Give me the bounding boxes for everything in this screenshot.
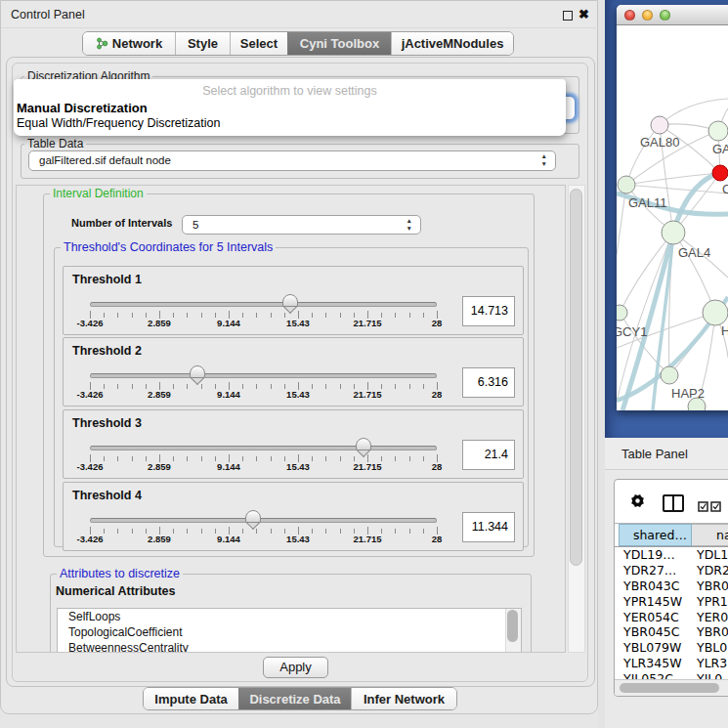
threshold-2-label: Threshold 2 [72,344,142,358]
threshold-2-box: Threshold 2-3.4262.8599.14415.4321.71528… [63,337,524,407]
tab-discretize-data[interactable]: Discretize Data [238,688,351,709]
spinner-arrows-icon: ▲▼ [407,217,412,233]
table-data-combobox[interactable]: galFiltered.sif default node ▲▼ [28,150,556,171]
threshold-1-value-field[interactable]: 14.713 [462,296,515,326]
threshold-4-box: Threshold 4-3.4262.8599.14415.4321.71528… [63,482,524,551]
tab-impute-data[interactable]: Impute Data [144,688,238,709]
settings-scrollbar-thumb[interactable] [570,189,582,566]
algorithm-dropdown-popup: Select algorithm to view settings Manual… [14,79,566,136]
titlebar-divider [1,27,599,28]
settings-scroll-viewport: Interval Definition Number of Intervals … [16,185,566,653]
numerical-attributes-label: Numerical Attributes [56,584,175,598]
network-node-gal80[interactable] [651,116,668,134]
table-rows: YDL19…YDL1YDR27…YDR2YBR043CYBR0YPR145WYP… [615,547,728,687]
table-row[interactable]: YBR043CYBR0 [615,578,728,594]
network-icon [96,37,108,50]
number-of-intervals-spinner[interactable]: 5 ▲▼ [182,215,421,235]
table-row[interactable]: YLR345WYLR3 [615,656,728,671]
network-node-label: H [721,323,728,338]
attributes-scrollbar-thumb[interactable] [507,610,518,642]
numerical-attributes-list[interactable]: SelfLoopsTopologicalCoefficientBetweenne… [57,608,522,653]
threshold-3-slider-track[interactable] [90,446,437,450]
network-window-titlebar[interactable] [617,5,728,25]
table-row[interactable]: YPR145WYPR1 [615,594,728,610]
network-node-label: GAL80 [640,135,679,150]
threshold-4-slider-thumb[interactable] [245,510,261,523]
network-node-label: GA [712,142,728,156]
attribute-item[interactable]: SelfLoops [58,609,521,624]
network-canvas[interactable]: GAL80GACGAL11GAL4GCY1HHAP2 [617,25,728,410]
float-window-icon[interactable] [563,11,573,21]
table-row[interactable]: YBL079WYBL0 [615,640,728,656]
node-table: shared… na YDL19…YDL1YDR27…YDR2YBR043CYB… [614,479,728,697]
number-of-intervals-value: 5 [193,219,198,231]
tab-jactivemnodules[interactable]: jActiveMNodules [391,32,513,55]
window-title: Control Panel [11,8,85,21]
threshold-1-slider-thumb[interactable] [282,294,298,307]
network-node-gal11[interactable] [618,176,635,193]
attributes-group-label: Attributes to discretize [57,567,183,580]
tab-network[interactable]: Network [83,32,175,55]
algorithm-option-equal-width[interactable]: Equal Width/Frequency Discretization [17,116,220,130]
table-row[interactable]: YER054CYER0 [615,610,728,625]
combo-arrows-icon: ▲▼ [541,152,547,168]
attribute-item[interactable]: TopologicalCoefficient [58,624,521,640]
network-view-window[interactable]: GAL80GACGAL11GAL4GCY1HHAP2 [617,5,728,410]
threshold-1-slider-track[interactable] [90,302,437,307]
column-header-shared-name[interactable]: shared… [619,524,692,546]
network-node-label: GAL11 [628,195,667,210]
table-header: shared… na [615,523,728,547]
minimize-traffic-light-icon[interactable] [642,10,653,21]
network-node-c[interactable] [712,165,728,181]
table-settings-gear-icon[interactable] [629,492,646,513]
table-data-label: Table Data [24,137,86,150]
network-node-hap2[interactable] [661,366,678,384]
network-node[interactable] [688,398,706,410]
threshold-3-slider-thumb[interactable] [356,438,371,450]
algorithm-option-manual[interactable]: Manual Discretization [17,101,148,115]
network-node-gcy1[interactable] [617,305,627,321]
tab-infer-network[interactable]: Infer Network [351,688,456,709]
column-header-name[interactable]: na [692,524,728,546]
threshold-4-slider-track[interactable] [90,518,437,523]
algorithm-hint: Select algorithm to view settings [14,84,566,98]
tab-cyni-toolbox[interactable]: Cyni Toolbox [287,32,391,55]
close-traffic-light-icon[interactable] [624,10,635,21]
zoom-traffic-light-icon[interactable] [660,10,670,21]
control-panel-tabs: NetworkStyleSelectCyni ToolboxjActiveMNo… [82,31,514,56]
threshold-4-value-field[interactable]: 11.344 [462,512,515,542]
threshold-3-label: Threshold 3 [72,416,142,430]
threshold-2-value-field[interactable]: 6.316 [462,367,515,398]
tab-style[interactable]: Style [175,32,230,55]
table-checkbox-icon-1[interactable] [698,498,708,516]
network-node-ga[interactable] [708,121,728,141]
network-node-h[interactable] [703,300,728,325]
close-icon[interactable]: ✖ [578,7,589,21]
table-data-value: galFiltered.sif default node [39,154,171,166]
tab-select[interactable]: Select [230,32,287,55]
attribute-item[interactable]: BetweennessCentrality [58,640,521,653]
table-columns-icon[interactable] [663,494,684,512]
cyni-mode-tabs: Impute DataDiscretize DataInfer Network [143,687,457,710]
threshold-4-label: Threshold 4 [72,489,142,502]
interval-definition-label: Interval Definition [50,187,147,200]
network-desktop-background: GAL80GACGAL11GAL4GCY1HHAP2 [605,0,728,438]
apply-button[interactable]: Apply [263,657,328,678]
threshold-3-value-field[interactable]: 21.4 [462,440,515,470]
table-horizontal-scrollbar[interactable] [615,679,728,697]
threshold-3-box: Threshold 3-3.4262.8599.14415.4321.71528… [63,409,524,479]
threshold-2-slider-thumb[interactable] [190,365,205,378]
table-row[interactable]: YDL19…YDL1 [615,547,728,563]
table-checkbox-icon-2[interactable] [710,498,721,516]
threshold-2-slider-track[interactable] [90,373,437,378]
network-node-label: C [722,182,728,196]
threshold-1-box: Threshold 1-3.4262.8599.14415.4321.71528… [63,266,524,335]
control-panel-window: Control Panel ✖ NetworkStyleSelectCyni T… [0,0,598,714]
network-node-label: GAL4 [678,245,710,260]
threshold-1-label: Threshold 1 [72,273,142,286]
network-node-gal4[interactable] [662,221,685,244]
table-row[interactable]: YBR045CYBR0 [615,624,728,640]
table-panel-title: Table Panel [621,447,688,461]
table-row[interactable]: YDR27…YDR2 [615,563,728,578]
table-hscrollbar-thumb[interactable] [620,683,719,693]
